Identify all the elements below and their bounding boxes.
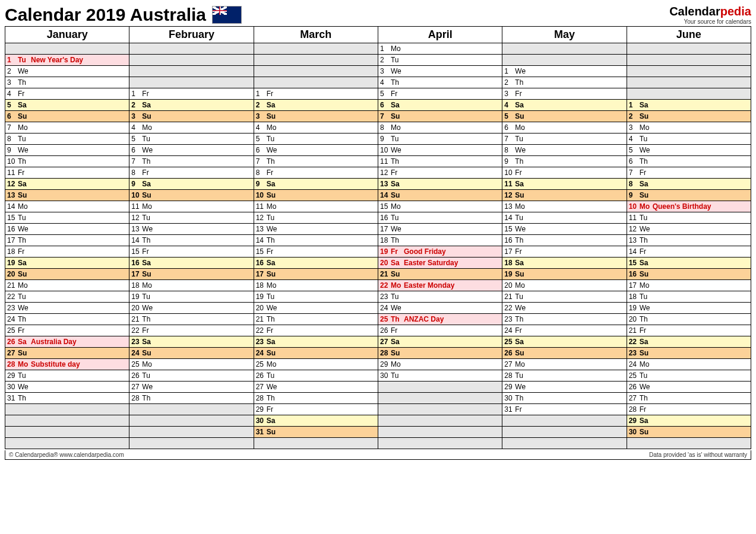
day-cell [254, 438, 378, 449]
day-cell: 18Mo [254, 280, 378, 291]
weekday: Th [515, 78, 528, 87]
day-cell: 22We [502, 303, 627, 314]
day-cell [502, 43, 627, 55]
weekday: Su [640, 191, 653, 199]
day-number: 5 [380, 90, 391, 98]
day-number: 8 [256, 169, 267, 177]
day-cell: 13We [254, 224, 378, 235]
weekday: Th [515, 236, 528, 244]
weekday: Sa [18, 180, 31, 188]
day-cell: 23Su [627, 348, 751, 359]
weekday: Th [18, 394, 31, 402]
weekday: Mo [515, 202, 528, 211]
weekday: We [18, 304, 31, 312]
day-number: 25 [131, 360, 142, 368]
weekday: We [640, 304, 653, 312]
day-cell [129, 427, 254, 438]
day-number: 28 [7, 360, 18, 368]
weekday: Sa [515, 101, 528, 109]
weekday: Mo [391, 360, 404, 368]
weekday: Su [267, 112, 280, 120]
day-number: 15 [131, 247, 142, 256]
day-number: 7 [7, 123, 18, 132]
day-number: 20 [629, 315, 640, 323]
day-number: 27 [256, 383, 267, 391]
day-cell: 21Su [378, 269, 502, 280]
day-cell: 27Sa [378, 336, 502, 348]
day-number: 3 [256, 112, 267, 120]
day-cell: 18Mo [129, 280, 254, 291]
day-cell: 15Mo [378, 201, 502, 212]
day-number: 27 [629, 394, 640, 402]
day-cell: 12Tu [129, 212, 254, 224]
weekday: Su [267, 428, 280, 436]
day-cell: 14Tu [502, 212, 627, 224]
weekday: We [267, 304, 280, 312]
day-cell: 12Tu [254, 212, 378, 224]
day-cell: 17Su [129, 269, 254, 280]
day-number: 8 [629, 180, 640, 188]
day-number: 22 [504, 304, 515, 312]
day-cell: 18Fr [5, 246, 129, 258]
weekday: Fr [18, 90, 31, 98]
weekday: Su [515, 349, 528, 357]
day-number: 13 [504, 202, 515, 211]
day-number: 14 [504, 214, 515, 222]
day-cell [5, 415, 129, 427]
day-cell: 24Fr [502, 325, 627, 336]
day-cell: 9Th [502, 156, 627, 167]
day-number: 24 [7, 315, 18, 323]
day-number: 31 [256, 428, 267, 436]
day-cell: 8Tu [5, 134, 129, 145]
day-cell: 20Su [5, 269, 129, 280]
day-number: 16 [380, 214, 391, 222]
day-number: 7 [629, 169, 640, 177]
weekday: Su [18, 270, 31, 278]
day-number: 13 [7, 191, 18, 199]
day-number: 27 [131, 383, 142, 391]
day-cell: 22Fr [254, 325, 378, 336]
day-cell: 11Mo [254, 201, 378, 212]
day-cell: 1Sa [627, 100, 751, 111]
day-number: 21 [380, 270, 391, 278]
day-number: 11 [380, 157, 391, 166]
day-number: 25 [256, 360, 267, 368]
day-cell [627, 438, 751, 449]
day-number: 22 [380, 281, 391, 290]
weekday: Tu [515, 135, 528, 143]
day-cell: 1TuNew Year's Day [5, 55, 129, 66]
day-number: 20 [380, 259, 391, 267]
day-number: 3 [380, 67, 391, 75]
day-cell: 20We [129, 303, 254, 314]
weekday: Mo [391, 123, 404, 132]
day-cell: 16Sa [254, 258, 378, 269]
weekday: Su [18, 349, 31, 357]
day-cell [129, 77, 254, 88]
day-cell: 25Tu [627, 370, 751, 382]
day-cell: 2Sa [129, 100, 254, 111]
day-number: 10 [7, 157, 18, 166]
weekday: Su [515, 112, 528, 120]
day-cell: 16Su [627, 269, 751, 280]
day-number: 7 [131, 157, 142, 166]
weekday: Sa [18, 101, 31, 109]
day-number: 15 [256, 247, 267, 256]
day-cell: 4Fr [5, 88, 129, 100]
day-cell: 13Mo [502, 201, 627, 212]
weekday: Fr [267, 90, 280, 98]
day-number: 24 [131, 349, 142, 357]
day-cell: 8Sa [627, 179, 751, 190]
day-cell: 5Sa [5, 100, 129, 111]
weekday: Th [142, 315, 155, 323]
weekday: Sa [391, 101, 404, 109]
day-cell: 5We [627, 145, 751, 156]
day-cell: 10Th [5, 156, 129, 167]
day-number: 13 [131, 225, 142, 233]
day-cell: 20Th [627, 314, 751, 325]
day-number: 30 [7, 383, 18, 391]
day-cell: 17Su [254, 269, 378, 280]
weekday: Fr [142, 247, 155, 256]
day-number: 28 [256, 394, 267, 402]
day-cell: 17We [378, 224, 502, 235]
weekday: We [515, 383, 528, 391]
